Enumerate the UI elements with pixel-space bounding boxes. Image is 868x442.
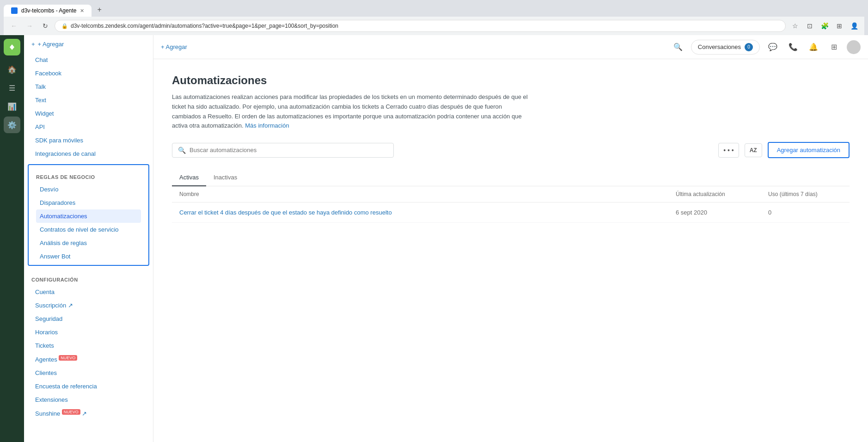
nav-settings[interactable]: ⚙️ <box>4 117 20 133</box>
profile-button[interactable]: 👤 <box>848 19 861 32</box>
sidebar-item-analisis[interactable]: Análisis de reglas <box>36 236 141 250</box>
table-header: Nombre Última actualización Uso (últimos… <box>172 186 850 203</box>
page-description-text: Las automatizaciones realizan acciones p… <box>172 93 528 129</box>
sidebar-item-facebook[interactable]: Facebook <box>31 67 146 80</box>
extension-button[interactable]: 🧩 <box>818 19 831 32</box>
search-icon: 🔍 <box>178 147 186 154</box>
sidebar-item-text[interactable]: Text <box>31 93 146 107</box>
grid-icon-button[interactable]: ⊞ <box>826 40 841 55</box>
sidebar-item-agentes[interactable]: Agentes NUEVO <box>31 352 146 366</box>
actions-bar: 🔍 • • • AZ Agregar automatización <box>172 142 850 158</box>
nav-home[interactable]: 🏠 <box>4 61 20 78</box>
conversations-button[interactable]: Conversaciones 0 <box>691 40 760 55</box>
tab-close-button[interactable]: ✕ <box>80 8 84 14</box>
browser-chrome: d3v-telcombs - Agente ✕ + ← → ↻ 🔒 d3v-te… <box>0 0 868 35</box>
address-text: d3v-telcombs.zendesk.com/agent/admin/aut… <box>71 23 338 29</box>
cell-ultima-actualizacion: 6 sept 2020 <box>676 209 768 216</box>
sidebar-item-desvio[interactable]: Desvío <box>36 183 141 196</box>
cell-uso: 0 <box>768 209 842 216</box>
sidebar-add-label: + Agregar <box>38 41 64 48</box>
forward-button[interactable]: → <box>23 19 36 32</box>
sidebar-item-clientes[interactable]: Clientes <box>31 366 146 380</box>
business-rules-links: Desvío Disparadores Automatizaciones Con… <box>29 183 148 263</box>
sidebar-item-answerbot[interactable]: Answer Bot <box>36 250 141 263</box>
channel-links: Chat Facebook Talk Text Widget API SDK p… <box>24 53 153 160</box>
page-description: Las automatizaciones realizan acciones p… <box>172 92 532 131</box>
sidebar-item-seguridad[interactable]: Seguridad <box>31 312 146 325</box>
toolbar-actions: ☆ ⊡ 🧩 ⊞ 👤 <box>789 19 861 32</box>
sidebar-item-widget[interactable]: Widget <box>31 107 146 120</box>
extensions-menu-button[interactable]: ⊞ <box>833 19 846 32</box>
phone-icon-button[interactable]: 📞 <box>786 40 801 55</box>
app: 🏠 ☰ 📊 ⚙️ + + Agregar Chat Facebook Talk … <box>0 35 868 442</box>
conversations-label: Conversaciones <box>698 43 741 50</box>
sidebar-item-talk[interactable]: Talk <box>31 80 146 93</box>
sort-az-button[interactable]: AZ <box>745 143 762 157</box>
header-ultima-actualizacion: Última actualización <box>676 191 768 197</box>
screenshot-button[interactable]: ⊡ <box>803 19 816 32</box>
back-button[interactable]: ← <box>7 19 20 32</box>
cell-nombre: Cerrar el ticket 4 días después de que e… <box>179 209 676 216</box>
search-box: 🔍 <box>172 143 394 158</box>
tab-title: d3v-telcombs - Agente <box>21 7 76 14</box>
conversations-badge: 0 <box>745 43 753 51</box>
user-avatar[interactable] <box>847 40 861 54</box>
bookmark-button[interactable]: ☆ <box>789 19 801 32</box>
tab-favicon <box>11 7 18 14</box>
app-logo[interactable] <box>4 39 20 55</box>
sidebar-item-chat[interactable]: Chat <box>31 53 146 67</box>
topbar: + Agregar 🔍 Conversaciones 0 💬 📞 🔔 ⊞ <box>153 35 868 59</box>
sidebar-item-sunshine[interactable]: Sunshine NUEVO ↗ <box>31 406 146 420</box>
automation-link[interactable]: Cerrar el ticket 4 días después de que e… <box>179 209 392 216</box>
browser-tabs: d3v-telcombs - Agente ✕ + <box>4 3 864 17</box>
active-tab: d3v-telcombs - Agente ✕ <box>4 5 92 17</box>
bell-icon-button[interactable]: 🔔 <box>806 40 821 55</box>
header-uso: Uso (últimos 7 días) <box>768 191 842 197</box>
tabs: Activas Inactivas <box>172 169 850 186</box>
config-links: Cuenta Suscripción ↗ Seguridad Horarios … <box>24 285 153 421</box>
icon-nav: 🏠 ☰ 📊 ⚙️ <box>0 35 24 442</box>
search-button[interactable]: 🔍 <box>671 40 685 55</box>
address-bar[interactable]: 🔒 d3v-telcombs.zendesk.com/agent/admin/a… <box>55 20 786 32</box>
sidebar-item-api[interactable]: API <box>31 120 146 134</box>
reload-button[interactable]: ↻ <box>39 19 52 32</box>
page-title: Automatizaciones <box>172 74 850 87</box>
more-info-link[interactable]: Más información <box>245 122 289 129</box>
tab-activas[interactable]: Activas <box>172 169 206 186</box>
more-options-button[interactable]: • • • <box>718 143 739 158</box>
sidebar-item-automatizaciones[interactable]: Automatizaciones <box>36 209 141 223</box>
lock-icon: 🔒 <box>61 23 68 29</box>
nav-reports[interactable]: 📊 <box>4 98 20 115</box>
plus-icon: + <box>31 41 35 48</box>
main-content: Automatizaciones Las automatizaciones re… <box>153 59 868 442</box>
header-nombre: Nombre <box>179 191 676 197</box>
sidebar-inner: + + Agregar Chat Facebook Talk Text Widg… <box>24 35 153 421</box>
business-rules-label: REGLAS DE NEGOCIO <box>29 167 148 183</box>
sidebar-item-suscripcion[interactable]: Suscripción ↗ <box>31 299 146 312</box>
sidebar-item-tickets[interactable]: Tickets <box>31 339 146 352</box>
sidebar-add-header[interactable]: + + Agregar <box>24 35 153 53</box>
sidebar-item-sdk[interactable]: SDK para móviles <box>31 134 146 147</box>
new-tab-button[interactable]: + <box>92 3 106 17</box>
add-automation-button[interactable]: Agregar automatización <box>768 142 850 158</box>
sidebar-item-encuesta[interactable]: Encuesta de referencia <box>31 380 146 393</box>
nav-inbox[interactable]: ☰ <box>4 80 20 96</box>
sidebar-item-integrations[interactable]: Integraciones de canal <box>31 147 146 160</box>
config-label: CONFIGURACIÓN <box>24 270 153 285</box>
sidebar-item-horarios[interactable]: Horarios <box>31 325 146 339</box>
sidebar-item-cuenta[interactable]: Cuenta <box>31 285 146 299</box>
sidebar: + + Agregar Chat Facebook Talk Text Widg… <box>24 35 153 442</box>
browser-toolbar: ← → ↻ 🔒 d3v-telcombs.zendesk.com/agent/a… <box>4 17 864 35</box>
tab-inactivas[interactable]: Inactivas <box>206 169 245 186</box>
sidebar-item-disparadores[interactable]: Disparadores <box>36 196 141 209</box>
chat-icon-button[interactable]: 💬 <box>765 40 780 55</box>
business-rules-section: REGLAS DE NEGOCIO Desvío Disparadores Au… <box>28 164 149 266</box>
sidebar-item-sla[interactable]: Contratos de nivel de servicio <box>36 223 141 236</box>
table-row: Cerrar el ticket 4 días después de que e… <box>172 203 850 223</box>
add-label: + Agregar <box>161 43 187 50</box>
search-input[interactable] <box>189 147 388 153</box>
sidebar-item-extensiones[interactable]: Extensiones <box>31 393 146 406</box>
